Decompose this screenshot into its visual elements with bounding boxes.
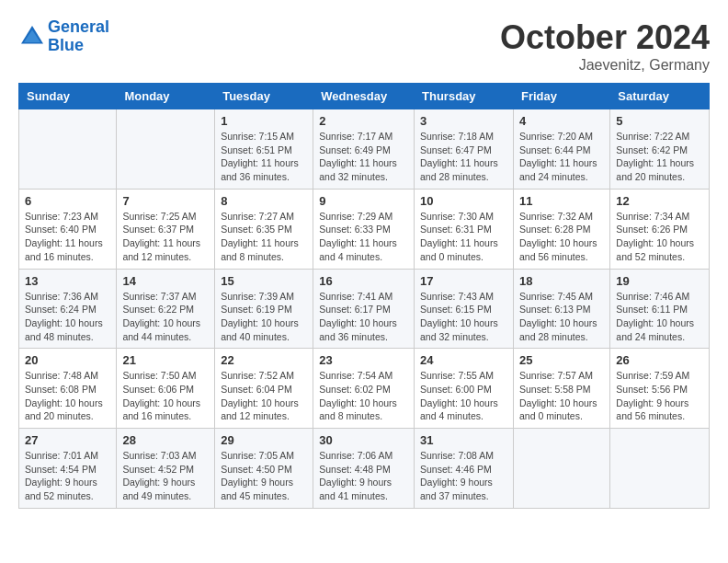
day-number: 3 <box>420 114 507 128</box>
calendar-cell: 8 Sunrise: 7:27 AMSunset: 6:35 PMDayligh… <box>215 189 313 269</box>
day-number: 13 <box>25 274 110 288</box>
calendar-cell <box>513 429 609 509</box>
calendar-cell: 20 Sunrise: 7:48 AMSunset: 6:08 PMDaylig… <box>19 349 117 429</box>
cell-content: Sunrise: 7:59 AMSunset: 5:56 PMDaylight:… <box>616 369 703 423</box>
day-number: 24 <box>420 353 507 367</box>
calendar-cell: 4 Sunrise: 7:20 AMSunset: 6:44 PMDayligh… <box>513 109 609 190</box>
calendar-cell: 14 Sunrise: 7:37 AMSunset: 6:22 PMDaylig… <box>117 269 215 349</box>
cell-content: Sunrise: 7:57 AMSunset: 5:58 PMDaylight:… <box>519 369 604 423</box>
day-number: 27 <box>25 433 110 447</box>
day-number: 17 <box>420 274 507 288</box>
logo: GeneralBlue <box>18 18 109 55</box>
calendar-cell: 23 Sunrise: 7:54 AMSunset: 6:02 PMDaylig… <box>313 349 415 429</box>
cell-content: Sunrise: 7:01 AMSunset: 4:54 PMDaylight:… <box>25 449 110 503</box>
cell-content: Sunrise: 7:20 AMSunset: 6:44 PMDaylight:… <box>519 130 604 184</box>
calendar-cell: 28 Sunrise: 7:03 AMSunset: 4:52 PMDaylig… <box>117 429 215 509</box>
weekday-header-friday: Friday <box>513 84 609 109</box>
day-number: 23 <box>319 353 408 367</box>
cell-content: Sunrise: 7:54 AMSunset: 6:02 PMDaylight:… <box>319 369 408 423</box>
day-number: 26 <box>616 353 703 367</box>
day-number: 9 <box>319 194 408 208</box>
cell-content: Sunrise: 7:43 AMSunset: 6:15 PMDaylight:… <box>420 290 507 344</box>
day-number: 4 <box>519 114 604 128</box>
day-number: 14 <box>122 274 209 288</box>
day-number: 2 <box>319 114 408 128</box>
day-number: 7 <box>122 194 209 208</box>
logo-text: GeneralBlue <box>48 18 109 55</box>
day-number: 31 <box>420 433 507 447</box>
calendar-cell: 16 Sunrise: 7:41 AMSunset: 6:17 PMDaylig… <box>313 269 415 349</box>
day-number: 18 <box>519 274 604 288</box>
cell-content: Sunrise: 7:03 AMSunset: 4:52 PMDaylight:… <box>122 449 209 503</box>
calendar-cell: 30 Sunrise: 7:06 AMSunset: 4:48 PMDaylig… <box>313 429 415 509</box>
day-number: 6 <box>25 194 110 208</box>
month-title: October 2024 <box>500 18 710 57</box>
weekday-header-sunday: Sunday <box>19 84 117 109</box>
calendar-cell: 21 Sunrise: 7:50 AMSunset: 6:06 PMDaylig… <box>117 349 215 429</box>
cell-content: Sunrise: 7:08 AMSunset: 4:46 PMDaylight:… <box>420 449 507 503</box>
day-number: 21 <box>122 353 209 367</box>
calendar-cell: 27 Sunrise: 7:01 AMSunset: 4:54 PMDaylig… <box>19 429 117 509</box>
cell-content: Sunrise: 7:41 AMSunset: 6:17 PMDaylight:… <box>319 290 408 344</box>
day-number: 11 <box>519 194 604 208</box>
calendar-cell: 7 Sunrise: 7:25 AMSunset: 6:37 PMDayligh… <box>117 189 215 269</box>
calendar-cell: 3 Sunrise: 7:18 AMSunset: 6:47 PMDayligh… <box>415 109 514 190</box>
day-number: 22 <box>221 353 307 367</box>
cell-content: Sunrise: 7:32 AMSunset: 6:28 PMDaylight:… <box>519 210 604 264</box>
day-number: 12 <box>616 194 703 208</box>
calendar-cell: 15 Sunrise: 7:39 AMSunset: 6:19 PMDaylig… <box>215 269 313 349</box>
cell-content: Sunrise: 7:55 AMSunset: 6:00 PMDaylight:… <box>420 369 507 423</box>
cell-content: Sunrise: 7:34 AMSunset: 6:26 PMDaylight:… <box>616 210 703 264</box>
day-number: 19 <box>616 274 703 288</box>
cell-content: Sunrise: 7:18 AMSunset: 6:47 PMDaylight:… <box>420 130 507 184</box>
calendar-cell <box>610 429 710 509</box>
calendar-cell: 19 Sunrise: 7:46 AMSunset: 6:11 PMDaylig… <box>610 269 710 349</box>
cell-content: Sunrise: 7:39 AMSunset: 6:19 PMDaylight:… <box>221 290 307 344</box>
calendar-cell: 26 Sunrise: 7:59 AMSunset: 5:56 PMDaylig… <box>610 349 710 429</box>
page-header: GeneralBlue October 2024 Jaevenitz, Germ… <box>18 18 710 74</box>
day-number: 1 <box>221 114 307 128</box>
day-number: 28 <box>122 433 209 447</box>
weekday-header-saturday: Saturday <box>610 84 710 109</box>
day-number: 30 <box>319 433 408 447</box>
calendar-cell: 18 Sunrise: 7:45 AMSunset: 6:13 PMDaylig… <box>513 269 609 349</box>
cell-content: Sunrise: 7:23 AMSunset: 6:40 PMDaylight:… <box>25 210 110 264</box>
calendar-table: SundayMondayTuesdayWednesdayThursdayFrid… <box>18 83 710 509</box>
calendar-cell: 12 Sunrise: 7:34 AMSunset: 6:26 PMDaylig… <box>610 189 710 269</box>
calendar-cell: 24 Sunrise: 7:55 AMSunset: 6:00 PMDaylig… <box>415 349 514 429</box>
cell-content: Sunrise: 7:30 AMSunset: 6:31 PMDaylight:… <box>420 210 507 264</box>
weekday-header-monday: Monday <box>117 84 215 109</box>
calendar-cell: 9 Sunrise: 7:29 AMSunset: 6:33 PMDayligh… <box>313 189 415 269</box>
cell-content: Sunrise: 7:06 AMSunset: 4:48 PMDaylight:… <box>319 449 408 503</box>
day-number: 25 <box>519 353 604 367</box>
calendar-cell: 1 Sunrise: 7:15 AMSunset: 6:51 PMDayligh… <box>215 109 313 190</box>
location: Jaevenitz, Germany <box>500 57 710 74</box>
weekday-header-thursday: Thursday <box>415 84 514 109</box>
calendar-cell: 17 Sunrise: 7:43 AMSunset: 6:15 PMDaylig… <box>415 269 514 349</box>
cell-content: Sunrise: 7:15 AMSunset: 6:51 PMDaylight:… <box>221 130 307 184</box>
calendar-cell <box>19 109 117 190</box>
calendar-cell: 2 Sunrise: 7:17 AMSunset: 6:49 PMDayligh… <box>313 109 415 190</box>
cell-content: Sunrise: 7:29 AMSunset: 6:33 PMDaylight:… <box>319 210 408 264</box>
calendar-cell: 10 Sunrise: 7:30 AMSunset: 6:31 PMDaylig… <box>415 189 514 269</box>
cell-content: Sunrise: 7:50 AMSunset: 6:06 PMDaylight:… <box>122 369 209 423</box>
weekday-header-wednesday: Wednesday <box>313 84 415 109</box>
day-number: 10 <box>420 194 507 208</box>
calendar-cell: 31 Sunrise: 7:08 AMSunset: 4:46 PMDaylig… <box>415 429 514 509</box>
cell-content: Sunrise: 7:36 AMSunset: 6:24 PMDaylight:… <box>25 290 110 344</box>
cell-content: Sunrise: 7:37 AMSunset: 6:22 PMDaylight:… <box>122 290 209 344</box>
calendar-cell: 5 Sunrise: 7:22 AMSunset: 6:42 PMDayligh… <box>610 109 710 190</box>
day-number: 29 <box>221 433 307 447</box>
calendar-cell: 13 Sunrise: 7:36 AMSunset: 6:24 PMDaylig… <box>19 269 117 349</box>
cell-content: Sunrise: 7:05 AMSunset: 4:50 PMDaylight:… <box>221 449 307 503</box>
title-block: October 2024 Jaevenitz, Germany <box>500 18 710 74</box>
cell-content: Sunrise: 7:25 AMSunset: 6:37 PMDaylight:… <box>122 210 209 264</box>
calendar-cell <box>117 109 215 190</box>
calendar-cell: 25 Sunrise: 7:57 AMSunset: 5:58 PMDaylig… <box>513 349 609 429</box>
day-number: 16 <box>319 274 408 288</box>
calendar-cell: 29 Sunrise: 7:05 AMSunset: 4:50 PMDaylig… <box>215 429 313 509</box>
cell-content: Sunrise: 7:45 AMSunset: 6:13 PMDaylight:… <box>519 290 604 344</box>
weekday-header-tuesday: Tuesday <box>215 84 313 109</box>
day-number: 15 <box>221 274 307 288</box>
cell-content: Sunrise: 7:52 AMSunset: 6:04 PMDaylight:… <box>221 369 307 423</box>
